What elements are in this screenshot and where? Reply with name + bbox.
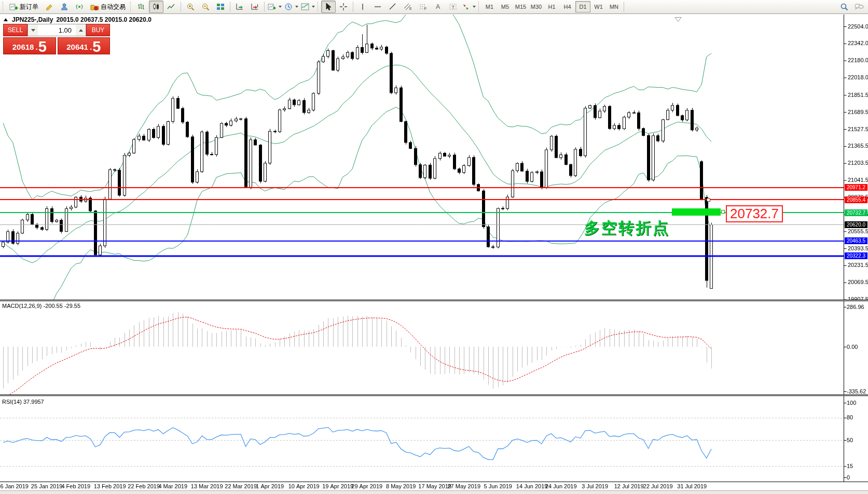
profiles-dropdown[interactable] [283, 1, 299, 13]
svg-text:A: A [436, 3, 440, 10]
timeframe-m5[interactable]: M5 [498, 1, 513, 12]
dropdown-arrow-icon [295, 6, 298, 8]
vertical-line-button[interactable] [355, 1, 370, 13]
channel-icon: E [404, 3, 412, 11]
volume-stepper: 1.00 [27, 24, 86, 36]
candlestick-chart-button[interactable] [149, 1, 163, 13]
macd-panel-canvas[interactable] [0, 301, 868, 394]
ohlc-values: 20015.0 20637.5 20015.0 20620.0 [56, 16, 151, 23]
new-chart-dropdown[interactable] [267, 1, 283, 13]
arrow-up-icon [79, 29, 83, 32]
sell-price[interactable]: 20618 . 5 [3, 37, 56, 54]
chart-shift-button[interactable] [247, 1, 262, 13]
price-line-badge: 20322.3 [845, 252, 867, 259]
auto-scroll-button[interactable] [232, 1, 247, 13]
bar-chart-icon [137, 3, 145, 11]
shapes-dropdown[interactable] [461, 1, 477, 13]
autotrading-label: 自动交易 [101, 3, 126, 11]
sell-price-dot: . [35, 41, 37, 53]
history-center-button[interactable] [42, 1, 57, 13]
timeframe-m15[interactable]: M15 [513, 1, 528, 12]
trendline-button[interactable] [385, 1, 400, 13]
timeframe-d1[interactable]: D1 [575, 1, 590, 12]
new-order-button[interactable]: 新订单 [6, 1, 42, 13]
buy-price-dot: . [90, 41, 92, 53]
price-line-badge: 20971.2 [845, 184, 867, 191]
volume-decrease-button[interactable] [28, 24, 38, 36]
rsi-name: RSI(14) [2, 399, 22, 405]
turning-point-text[interactable]: 多空转折点 [584, 218, 670, 239]
current-price-badge: 20620.0 [845, 221, 867, 228]
sell-button[interactable]: SELL [3, 24, 27, 36]
channel-button[interactable]: E [401, 1, 415, 13]
autotrading-button[interactable]: 自动交易 [87, 1, 129, 13]
timeframe-h1[interactable]: H1 [544, 1, 559, 12]
hline-handle[interactable] [707, 198, 710, 202]
horizontal-line-button[interactable] [370, 1, 385, 13]
price-line-badge: 20855.4 [845, 196, 867, 203]
timeframe-w1[interactable]: W1 [591, 1, 606, 12]
chat-icon [855, 3, 864, 11]
line-chart-icon [167, 3, 175, 11]
tile-windows-icon [216, 3, 225, 11]
market-watch-button[interactable] [57, 1, 72, 13]
main-chart-canvas[interactable] [0, 15, 868, 300]
timeframe-m30[interactable]: M30 [529, 1, 544, 12]
rectangle-handle[interactable] [721, 210, 725, 214]
rsi-panel-canvas[interactable] [0, 396, 868, 482]
window-edge [0, 490, 868, 494]
chat-button[interactable] [852, 1, 866, 13]
crosshair-icon [339, 3, 348, 11]
toolbar-grip [318, 2, 320, 12]
svg-text:F: F [424, 7, 426, 10]
timeframe-h4[interactable]: H4 [560, 1, 575, 12]
fibonacci-button[interactable]: F [416, 1, 430, 13]
candlestick-icon [152, 3, 160, 11]
buy-price-big-digit: 5 [92, 40, 101, 53]
turning-point-price-label[interactable]: 20732.7 [726, 205, 783, 222]
indicators-dropdown[interactable] [300, 1, 316, 13]
tile-windows-button[interactable] [213, 1, 228, 13]
chart-title: JPN225-,Daily 20015.0 20637.5 20015.0 20… [4, 16, 151, 23]
timeframe-m1[interactable]: M1 [482, 1, 497, 12]
rsi-value: 37.9957 [23, 399, 44, 405]
one-click-trading-panel: SELL 1.00 BUY 20618 . 5 20641 . 5 [3, 24, 110, 54]
bar-chart-button[interactable] [134, 1, 148, 13]
toolbar-separator [624, 2, 624, 12]
arrow-down-icon [31, 29, 35, 32]
toolbar-grip [130, 2, 132, 12]
buy-button[interactable]: BUY [86, 24, 110, 36]
line-chart-button[interactable] [164, 1, 178, 13]
text-label-button[interactable]: T [446, 1, 460, 13]
crosshair-button[interactable] [336, 1, 351, 13]
svg-text:T: T [452, 5, 455, 10]
chart-shift-icon [251, 3, 259, 11]
text-icon: A [434, 3, 442, 11]
horizontal-line-icon [374, 3, 382, 11]
date-axis-canvas[interactable] [0, 482, 868, 490]
alerts-button[interactable] [72, 1, 87, 13]
turning-point-rectangle[interactable] [672, 208, 721, 216]
new-order-icon [9, 3, 18, 11]
buy-price-base: 20641 [66, 41, 88, 53]
zoom-in-button[interactable] [183, 1, 198, 13]
dropdown-arrow-icon [473, 6, 476, 8]
toolbar-grip [478, 2, 480, 12]
zoom-in-icon [186, 3, 195, 11]
sell-price-big-digit: 5 [38, 40, 47, 53]
toolbar-separator [353, 2, 353, 12]
timeframe-mn[interactable]: MN [607, 1, 622, 12]
auto-scroll-icon [236, 3, 244, 11]
volume-increase-button[interactable] [76, 24, 86, 36]
collapse-arrow-icon[interactable] [4, 18, 8, 21]
cursor-button[interactable] [321, 1, 336, 13]
broadcast-icon [75, 3, 84, 11]
text-button[interactable]: A [431, 1, 445, 13]
search-button[interactable] [837, 1, 851, 13]
zoom-out-button[interactable] [198, 1, 213, 13]
price-line-badge: 20732.7 [845, 209, 867, 216]
clock-icon [284, 3, 293, 11]
buy-price[interactable]: 20641 . 5 [58, 37, 111, 54]
volume-value[interactable]: 1.00 [38, 24, 76, 36]
autotrading-icon [90, 3, 99, 11]
